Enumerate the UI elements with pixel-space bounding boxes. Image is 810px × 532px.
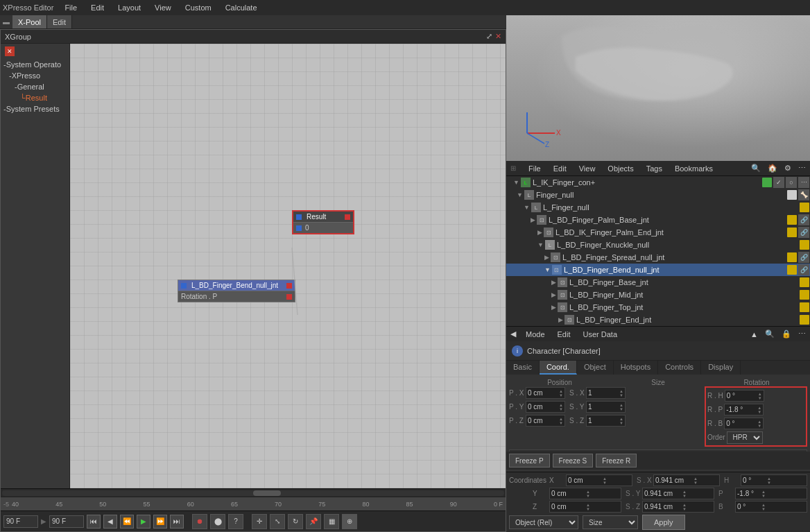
obj-menu-bookmarks[interactable]: Bookmarks xyxy=(672,163,716,174)
bottom-sz-input[interactable]: ▲▼ xyxy=(642,501,714,513)
scale-tool-btn[interactable]: ⤡ xyxy=(270,514,285,529)
tree-close-btn[interactable]: ✕ xyxy=(5,46,15,56)
tab-xpool[interactable]: X-Pool xyxy=(12,15,47,28)
freeze-r-btn[interactable]: Freeze R xyxy=(596,454,637,467)
mode-search-icon[interactable]: 🔍 xyxy=(765,329,775,338)
order-dropdown[interactable]: HPR xyxy=(727,431,763,444)
mode-item-mode[interactable]: Mode xyxy=(523,329,548,340)
pos-y-input[interactable]: ▲ ▼ xyxy=(526,401,565,413)
obj-vis-1[interactable]: ○ xyxy=(786,177,797,188)
mode-item-userdata[interactable]: User Data xyxy=(580,329,621,340)
frame-start-input[interactable] xyxy=(3,515,38,528)
menu-calculate[interactable]: Calculate xyxy=(223,2,260,13)
canvas-scrollbar[interactable] xyxy=(1,488,506,497)
obj-menu-tags[interactable]: Tags xyxy=(644,163,665,174)
mode-lock-icon[interactable]: 🔒 xyxy=(782,329,791,338)
obj-menu-file[interactable]: File xyxy=(526,163,544,174)
obj-row-end[interactable]: ▶ ⊡ L_BD_Finger_End_jnt xyxy=(506,314,810,326)
obj-tag-7[interactable]: 🔗 xyxy=(798,252,809,263)
size-x-input[interactable]: ▲ ▼ xyxy=(586,387,626,399)
obj-row-finger-null[interactable]: ▼ L Finger_null 🦴 xyxy=(506,189,810,201)
obj-row-top[interactable]: ▶ ⊡ L_BD_Finger_Top_jnt xyxy=(506,301,810,314)
tab-hotspots[interactable]: Hotspots xyxy=(614,361,658,375)
size-z-input[interactable]: ▲ ▼ xyxy=(586,415,626,427)
next-btn[interactable]: ⏩ xyxy=(153,515,167,529)
tab-display[interactable]: Display xyxy=(701,361,741,375)
bottom-h-input[interactable]: ▲▼ xyxy=(741,474,807,486)
bottom-object-rel-dropdown[interactable]: Object (Rel) xyxy=(509,515,578,529)
menu-edit[interactable]: Edit xyxy=(88,2,107,13)
tree-result[interactable]: └Result xyxy=(1,92,69,103)
grid-btn[interactable]: ▦ xyxy=(324,514,339,529)
bd-finger-node[interactable]: L_BD_Finger_Bend_null_jnt Rotation . P xyxy=(178,280,295,302)
bottom-b-input[interactable]: ▲▼ xyxy=(735,501,807,513)
help-btn[interactable]: ? xyxy=(228,514,243,529)
move-tool-btn[interactable]: ✛ xyxy=(252,514,267,529)
obj-tag-5[interactable]: 🔗 xyxy=(798,227,809,238)
snap-btn[interactable]: ⊕ xyxy=(342,514,357,529)
pin-btn[interactable]: 📌 xyxy=(306,514,321,529)
obj-menu-edit[interactable]: Edit xyxy=(551,163,569,174)
rotate-tool-btn[interactable]: ↻ xyxy=(288,514,303,529)
obj-ik-icon[interactable]: 🔗 xyxy=(798,214,809,225)
pos-z-input[interactable]: ▲ ▼ xyxy=(526,415,565,427)
obj-tag-8[interactable]: 🔗 xyxy=(798,264,809,275)
obj-row-knuckle[interactable]: ▼ L L_BD_Finger_Knuckle_null xyxy=(506,239,810,251)
obj-more-1[interactable]: ⋯ xyxy=(798,177,809,188)
result-node[interactable]: Result 0 xyxy=(292,210,354,234)
mode-arrow-up[interactable]: ▲ xyxy=(750,330,758,338)
tab-edit[interactable]: Edit xyxy=(47,15,72,28)
prev-btn[interactable]: ⏪ xyxy=(120,515,134,529)
freeze-s-btn[interactable]: Freeze S xyxy=(553,454,594,467)
obj-more-icon[interactable]: ⋯ xyxy=(798,164,806,173)
mode-item-edit[interactable]: Edit xyxy=(555,329,574,340)
size-y-input[interactable]: ▲ ▼ xyxy=(586,401,626,413)
bottom-x-input[interactable]: ▲▼ xyxy=(566,474,632,486)
tab-coord[interactable]: Coord. xyxy=(540,361,577,375)
tree-xpresso[interactable]: -XPresso xyxy=(1,70,69,81)
prev-frame-btn[interactable]: ◀ xyxy=(103,515,117,529)
obj-row-spread[interactable]: ▶ ⊡ L_BD_Finger_Spread_null_jnt 🔗 xyxy=(506,251,810,264)
tree-system-operators[interactable]: -System Operato xyxy=(1,59,69,70)
bottom-p-input[interactable]: ▲▼ xyxy=(735,488,807,499)
mode-more-icon[interactable]: ⋯ xyxy=(798,329,806,338)
bottom-sy-input[interactable]: ▲▼ xyxy=(642,488,714,499)
obj-row-l-finger-null[interactable]: ▼ L L_Finger_null xyxy=(506,201,810,214)
obj-row-palm-end[interactable]: ▶ ⊡ L_BD_IK_Finger_Palm_End_jnt 🔗 xyxy=(506,226,810,239)
obj-menu-objects[interactable]: Objects xyxy=(605,163,636,174)
frame-end-input[interactable] xyxy=(49,515,84,528)
play-btn[interactable]: ▶ xyxy=(137,515,150,529)
obj-gear-icon[interactable]: ⚙ xyxy=(784,164,791,173)
obj-menu-view[interactable]: View xyxy=(576,163,598,174)
go-start-btn[interactable]: ⏮ xyxy=(87,515,101,529)
rot-h-input[interactable]: ▲ ▼ xyxy=(725,390,764,402)
pos-x-input[interactable]: ▲ ▼ xyxy=(526,387,565,399)
obj-row-palm-base[interactable]: ▶ ⊡ L_BD_Finger_Palm_Base_jnt 🔗 xyxy=(506,214,810,226)
obj-row-ik-finger[interactable]: ▼ L L_IK_Finger_con+ ✓ ○ ⋯ xyxy=(506,176,810,189)
tree-system-presets[interactable]: -System Presets xyxy=(1,103,69,114)
tree-general[interactable]: -General xyxy=(1,81,69,92)
mode-nav[interactable]: ◀ xyxy=(510,329,516,338)
menu-view[interactable]: View xyxy=(152,2,174,13)
obj-row-base[interactable]: ▶ ⊡ L_BD_Finger_Base_jnt xyxy=(506,276,810,289)
obj-search-icon[interactable]: 🔍 xyxy=(751,164,761,173)
bottom-size-dropdown[interactable]: Size xyxy=(583,515,638,529)
rot-b-input[interactable]: ▲ ▼ xyxy=(724,418,764,429)
go-end-btn[interactable]: ⏭ xyxy=(170,515,184,529)
obj-row-mid[interactable]: ▶ ⊡ L_BD_Finger_Mid_jnt xyxy=(506,289,810,301)
close-icon[interactable]: ✕ xyxy=(495,32,501,41)
expand-icon[interactable]: ⤢ xyxy=(486,32,492,41)
record-opt-btn[interactable]: ⬤ xyxy=(210,514,225,529)
bottom-sx-input[interactable]: ▲▼ xyxy=(653,474,720,486)
tab-basic[interactable]: Basic xyxy=(506,361,540,375)
obj-home-icon[interactable]: 🏠 xyxy=(768,164,777,173)
freeze-p-btn[interactable]: Freeze P xyxy=(509,454,550,467)
apply-button[interactable]: Apply xyxy=(642,515,685,530)
bottom-y-input[interactable]: ▲▼ xyxy=(549,488,621,499)
bottom-z-input[interactable]: ▲▼ xyxy=(549,501,621,513)
menu-custom[interactable]: Custom xyxy=(182,2,214,13)
obj-row-bend[interactable]: ▼ ⊡ L_BD_Finger_Bend_null_jnt 🔗 xyxy=(506,264,810,276)
rot-p-input[interactable]: ▲ ▼ xyxy=(724,404,764,415)
menu-file[interactable]: File xyxy=(62,2,80,13)
obj-bone-1[interactable]: 🦴 xyxy=(798,189,809,200)
